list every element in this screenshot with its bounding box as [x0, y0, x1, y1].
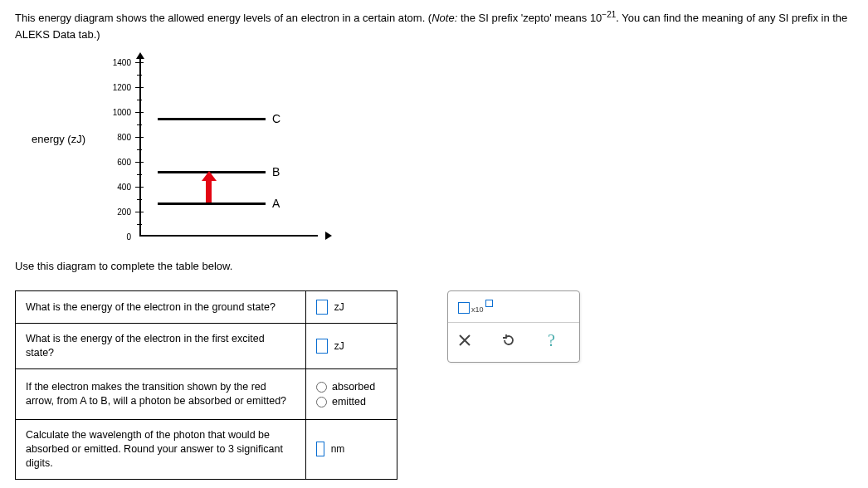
level-c-label: C — [272, 112, 280, 125]
tick-400: 400 — [106, 183, 131, 192]
question-table: What is the energy of the electron in th… — [15, 290, 397, 479]
tick-800: 800 — [106, 133, 131, 142]
radio-emitted-label: emitted — [332, 396, 366, 407]
answer-2-input[interactable] — [316, 339, 328, 354]
answer-1-unit: zJ — [334, 301, 344, 313]
level-c-line — [158, 118, 266, 120]
reset-button[interactable] — [501, 333, 516, 352]
question-1: What is the energy of the electron in th… — [16, 291, 306, 324]
help-button[interactable]: ? — [546, 331, 561, 354]
question-4: Calculate the wavelength of the photon t… — [16, 420, 306, 480]
radio-absorbed-label: absorbed — [332, 381, 375, 393]
question-icon: ? — [546, 331, 561, 349]
x-axis-arrow-icon — [325, 232, 332, 240]
tick-1400: 1400 — [106, 58, 131, 67]
level-b-label: B — [272, 165, 280, 178]
radio-absorbed[interactable] — [316, 382, 327, 393]
tick-1000: 1000 — [106, 108, 131, 117]
level-a-line — [158, 203, 266, 205]
x-icon — [458, 334, 471, 347]
y-axis-arrow-icon — [136, 52, 144, 59]
x10-label: x10 — [471, 305, 484, 314]
answer-1-input[interactable] — [316, 300, 328, 315]
y-axis-label: energy (zJ) — [32, 133, 85, 145]
instruction-text: Use this diagram to complete the table b… — [15, 260, 853, 272]
problem-statement: This energy diagram shows the allowed en… — [15, 8, 853, 42]
question-3: If the electron makes the transition sho… — [16, 369, 306, 420]
answer-4-unit: nm — [331, 443, 345, 455]
x-axis — [139, 235, 318, 237]
answer-4-input[interactable] — [316, 442, 324, 456]
svg-text:?: ? — [548, 331, 555, 349]
scientific-notation-button[interactable]: x10 — [458, 300, 493, 314]
tick-1200: 1200 — [106, 83, 131, 92]
tick-200: 200 — [106, 207, 131, 217]
tick-0: 0 — [106, 232, 131, 242]
exponent-box-icon — [485, 300, 493, 307]
y-axis — [139, 58, 141, 237]
energy-diagram: energy (zJ) 1400 1200 1000 800 600 400 2… — [32, 54, 853, 245]
radio-emitted[interactable] — [316, 397, 327, 407]
clear-button[interactable] — [458, 334, 471, 351]
answer-2-unit: zJ — [334, 340, 344, 352]
tick-600: 600 — [106, 158, 131, 167]
question-2: What is the energy of the electron in th… — [16, 324, 306, 369]
level-a-label: A — [272, 197, 280, 210]
mantissa-box-icon — [458, 302, 470, 314]
undo-icon — [501, 333, 516, 348]
input-toolbox: x10 ? — [447, 290, 580, 363]
